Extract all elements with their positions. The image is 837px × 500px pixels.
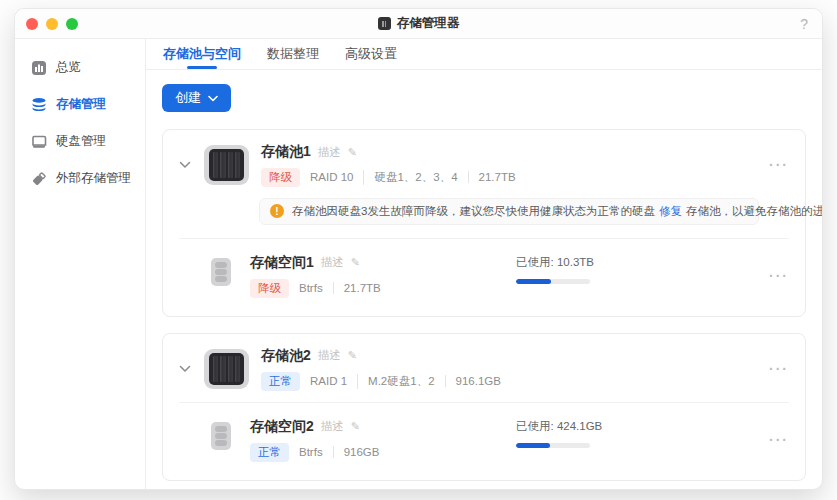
usage-progress-fill bbox=[516, 443, 550, 448]
close-window-button[interactable] bbox=[26, 18, 38, 30]
minimize-window-button[interactable] bbox=[46, 18, 58, 30]
volume-icon bbox=[208, 256, 234, 288]
sidebar-item-label: 外部存储管理 bbox=[56, 170, 131, 187]
repair-link[interactable]: 修复 bbox=[659, 205, 682, 217]
pool-meta: RAID 10 硬盘1、2、3、4 21.7TB bbox=[310, 170, 526, 185]
create-button[interactable]: 创建 bbox=[162, 84, 231, 112]
pool-raid-type: RAID 10 bbox=[310, 171, 363, 183]
pool-disks: 硬盘1、2、3、4 bbox=[363, 170, 467, 185]
volume-description-label: 描述 bbox=[321, 419, 344, 434]
pool-capacity: 916.1GB bbox=[445, 375, 511, 387]
pool-status-badge: 正常 bbox=[261, 372, 300, 391]
traffic-lights bbox=[15, 18, 78, 30]
edit-description-icon[interactable]: ✎ bbox=[351, 256, 360, 269]
usage-progress-fill bbox=[516, 279, 551, 284]
zoom-window-button[interactable] bbox=[66, 18, 78, 30]
tab-content: 创建 存储池1 描述 ✎ bbox=[146, 70, 822, 489]
volume-meta: Btrfs 21.7TB bbox=[299, 282, 391, 294]
storage-manager-app-icon bbox=[378, 17, 391, 30]
sidebar-item-storage[interactable]: 存储管理 bbox=[15, 86, 145, 123]
tab-advanced-settings[interactable]: 高级设置 bbox=[345, 39, 397, 69]
nas-device-icon bbox=[204, 145, 249, 185]
tab-data-scrubbing[interactable]: 数据整理 bbox=[267, 39, 319, 69]
volume-description-label: 描述 bbox=[321, 255, 344, 270]
pool-description-label: 描述 bbox=[318, 348, 341, 363]
volume-capacity: 21.7TB bbox=[333, 282, 391, 294]
collapse-toggle-icon[interactable] bbox=[179, 161, 194, 169]
pool-more-actions-button[interactable]: ··· bbox=[769, 158, 789, 172]
warning-text-post: 存储池，以避免存储池的进一步损毁而导致数据丢失 bbox=[686, 205, 822, 217]
warning-text: 存储池因硬盘3发生故障而降级，建议您尽快使用健康状态为正常的硬盘修复存储池，以避… bbox=[292, 204, 822, 219]
external-storage-icon bbox=[31, 171, 47, 187]
volume-more-actions-button[interactable]: ··· bbox=[769, 269, 789, 283]
edit-description-icon[interactable]: ✎ bbox=[351, 420, 360, 433]
sidebar-item-label: 存储管理 bbox=[56, 96, 106, 113]
titlebar: 存储管理器 ? bbox=[15, 9, 822, 39]
sidebar-item-label: 总览 bbox=[56, 59, 81, 76]
volume-usage: 已使用: 424.1GB bbox=[516, 418, 756, 448]
edit-description-icon[interactable]: ✎ bbox=[348, 146, 357, 159]
volume-icon bbox=[208, 420, 234, 452]
pool-meta: RAID 1 M.2硬盘1、2 916.1GB bbox=[310, 374, 511, 389]
pool-degraded-warning: ! 存储池因硬盘3发生故障而降级，建议您尽快使用健康状态为正常的硬盘修复存储池，… bbox=[259, 198, 759, 225]
volume-capacity: 916GB bbox=[333, 446, 390, 458]
sidebar-item-overview[interactable]: 总览 bbox=[15, 49, 145, 86]
sidebar-item-label: 硬盘管理 bbox=[56, 133, 106, 150]
pool-header: 存储池2 描述 ✎ 正常 RAID 1 M.2硬盘1、2 916.1GB bbox=[163, 334, 805, 402]
pool-header: 存储池1 描述 ✎ 降级 RAID 10 硬盘1、2、3、4 21.7TB bbox=[163, 130, 805, 198]
volume-status-badge: 降级 bbox=[250, 279, 289, 298]
nas-device-icon bbox=[204, 349, 249, 389]
tabbar: 存储池与空间 数据整理 高级设置 bbox=[146, 39, 822, 70]
volume-status-badge: 正常 bbox=[250, 443, 289, 462]
usage-progress-track bbox=[516, 279, 590, 284]
pool-status-badge: 降级 bbox=[261, 168, 300, 187]
storage-icon bbox=[31, 97, 47, 113]
pool-more-actions-button[interactable]: ··· bbox=[769, 362, 789, 376]
pool-capacity: 21.7TB bbox=[468, 171, 526, 183]
pool-raid-type: RAID 1 bbox=[310, 375, 357, 387]
volume-name: 存储空间1 bbox=[250, 254, 314, 272]
sidebar-item-external-storage[interactable]: 外部存储管理 bbox=[15, 160, 145, 197]
volume-fs-type: Btrfs bbox=[299, 282, 333, 294]
window-title-group: 存储管理器 bbox=[15, 15, 822, 32]
storage-pool-2-card: 存储池2 描述 ✎ 正常 RAID 1 M.2硬盘1、2 916.1GB bbox=[162, 333, 806, 481]
pool-description-label: 描述 bbox=[318, 145, 341, 160]
volume-row: 存储空间2 描述 ✎ 正常 Btrfs 916GB bbox=[163, 403, 805, 480]
usage-label: 已使用: 424.1GB bbox=[516, 419, 756, 434]
pool-disks: M.2硬盘1、2 bbox=[357, 374, 444, 389]
volume-more-actions-button[interactable]: ··· bbox=[769, 433, 789, 447]
disk-icon bbox=[31, 134, 47, 150]
pool-name: 存储池2 bbox=[261, 347, 311, 365]
edit-description-icon[interactable]: ✎ bbox=[348, 349, 357, 362]
help-icon[interactable]: ? bbox=[800, 16, 822, 32]
collapse-toggle-icon[interactable] bbox=[179, 365, 194, 373]
volume-row: 存储空间1 描述 ✎ 降级 Btrfs 21.7TB bbox=[163, 239, 805, 316]
usage-label: 已使用: 10.3TB bbox=[516, 255, 756, 270]
overview-icon bbox=[31, 60, 47, 76]
volume-fs-type: Btrfs bbox=[299, 446, 333, 458]
volume-name: 存储空间2 bbox=[250, 418, 314, 436]
sidebar-item-disks[interactable]: 硬盘管理 bbox=[15, 123, 145, 160]
storage-pool-1-card: 存储池1 描述 ✎ 降级 RAID 10 硬盘1、2、3、4 21.7TB bbox=[162, 129, 806, 317]
volume-meta: Btrfs 916GB bbox=[299, 446, 389, 458]
create-button-label: 创建 bbox=[175, 89, 201, 107]
warning-icon: ! bbox=[270, 204, 284, 218]
tab-storage-pool-and-space[interactable]: 存储池与空间 bbox=[163, 39, 241, 69]
warning-text-pre: 存储池因硬盘3发生故障而降级，建议您尽快使用健康状态为正常的硬盘 bbox=[292, 205, 655, 217]
tab-label: 数据整理 bbox=[267, 45, 319, 63]
tab-label: 高级设置 bbox=[345, 45, 397, 63]
storage-manager-window: 存储管理器 ? 总览 存储管理 硬盘管理 外部存储管理 bbox=[14, 8, 823, 490]
chevron-down-icon bbox=[208, 95, 218, 102]
window-title: 存储管理器 bbox=[397, 15, 460, 32]
usage-progress-track bbox=[516, 443, 590, 448]
sidebar: 总览 存储管理 硬盘管理 外部存储管理 bbox=[15, 39, 146, 489]
pool-name: 存储池1 bbox=[261, 143, 311, 161]
volume-usage: 已使用: 10.3TB bbox=[516, 254, 756, 284]
tab-label: 存储池与空间 bbox=[163, 45, 241, 63]
